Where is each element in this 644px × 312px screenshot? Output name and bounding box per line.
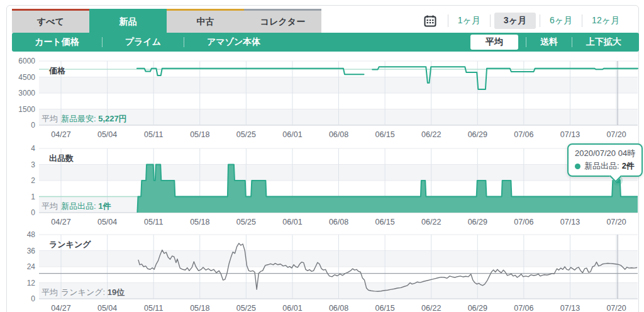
svg-text:05/25: 05/25 bbox=[236, 130, 256, 139]
ranking-chart-section: 01224364804/2705/0405/1105/1805/2506/010… bbox=[0, 235, 644, 312]
svg-text:06/22: 06/22 bbox=[421, 304, 441, 312]
average-prefix: 平均 bbox=[42, 114, 58, 123]
price-chart[interactable]: 0150030004500600004/2705/0405/1105/1805/… bbox=[0, 61, 644, 142]
svg-text:05/25: 05/25 bbox=[236, 218, 256, 226]
toggle-cart-price[interactable]: カート価格 bbox=[12, 33, 102, 52]
svg-text:3: 3 bbox=[31, 160, 35, 169]
divider bbox=[490, 14, 491, 27]
svg-text:06/29: 06/29 bbox=[468, 218, 487, 226]
svg-text:06/29: 06/29 bbox=[468, 130, 487, 139]
listings-chart-title: 出品数 bbox=[49, 153, 74, 164]
listings-chart-section: 0123404/2705/0405/1105/1805/2506/0106/08… bbox=[0, 148, 644, 229]
series-dot-icon bbox=[575, 164, 580, 169]
calendar-icon[interactable] bbox=[424, 14, 436, 27]
average-series: ランキング: bbox=[61, 287, 105, 297]
average-prefix: 平均 bbox=[42, 287, 58, 297]
svg-text:05/11: 05/11 bbox=[144, 304, 163, 312]
svg-text:06/08: 06/08 bbox=[329, 218, 348, 226]
price-chart-section: 0150030004500600004/2705/0405/1105/1805/… bbox=[0, 61, 644, 142]
toggle-shipping[interactable]: 送料 bbox=[526, 33, 572, 52]
ranking-chart-title: ランキング bbox=[49, 239, 91, 250]
svg-text:3000: 3000 bbox=[18, 89, 35, 98]
toggle-prime[interactable]: プライム bbox=[103, 33, 184, 52]
tab-all[interactable]: すべて bbox=[12, 9, 89, 33]
svg-text:06/15: 06/15 bbox=[375, 218, 394, 226]
tab-new[interactable]: 新品 bbox=[89, 9, 167, 33]
svg-text:36: 36 bbox=[27, 247, 36, 255]
svg-text:07/20: 07/20 bbox=[606, 304, 626, 312]
svg-text:06/08: 06/08 bbox=[329, 130, 348, 139]
toggle-average[interactable]: 平均 bbox=[470, 35, 518, 50]
chart-tooltip: 2020/07/20 04時 新品出品: 2件 bbox=[567, 143, 643, 177]
svg-text:24: 24 bbox=[27, 262, 36, 271]
svg-text:06/01: 06/01 bbox=[282, 130, 302, 139]
svg-text:06/29: 06/29 bbox=[468, 304, 487, 312]
svg-text:12: 12 bbox=[27, 279, 36, 287]
tab-all-label: すべて bbox=[37, 16, 64, 28]
svg-text:07/13: 07/13 bbox=[560, 130, 580, 139]
period-12month[interactable]: 12ヶ月 bbox=[582, 13, 629, 29]
svg-text:07/06: 07/06 bbox=[514, 304, 533, 312]
svg-text:0: 0 bbox=[31, 208, 35, 217]
listings-chart[interactable]: 0123404/2705/0405/1105/1805/2506/0106/08… bbox=[0, 148, 644, 229]
svg-text:05/04: 05/04 bbox=[97, 130, 117, 139]
svg-text:07/06: 07/06 bbox=[514, 218, 533, 226]
svg-text:07/20: 07/20 bbox=[606, 218, 626, 226]
svg-text:4: 4 bbox=[31, 144, 35, 153]
listings-average-label: 平均新品出品: 1件 bbox=[42, 201, 111, 212]
tab-new-label: 新品 bbox=[119, 16, 137, 28]
display-options-group: 平均 送料 上下拡大 bbox=[463, 33, 639, 52]
svg-text:05/11: 05/11 bbox=[144, 130, 163, 139]
svg-text:06/15: 06/15 bbox=[375, 130, 394, 139]
average-value: 19位 bbox=[108, 287, 125, 297]
tab-used-label: 中古 bbox=[197, 16, 214, 28]
average-value: 5,227円 bbox=[98, 114, 127, 123]
period-1month[interactable]: 1ヶ月 bbox=[448, 13, 490, 29]
period-selector: 1ヶ月 3ヶ月 6ヶ月 12ヶ月 bbox=[424, 13, 629, 29]
ranking-average-label: 平均ランキング: 19位 bbox=[42, 287, 125, 298]
tooltip-timestamp: 2020/07/20 04時 bbox=[575, 148, 635, 159]
svg-text:04/27: 04/27 bbox=[51, 130, 70, 139]
svg-text:4500: 4500 bbox=[18, 73, 35, 82]
svg-text:05/18: 05/18 bbox=[190, 130, 209, 139]
tooltip-series-label: 新品出品: bbox=[584, 160, 619, 172]
period-3month[interactable]: 3ヶ月 bbox=[494, 13, 536, 29]
svg-text:07/13: 07/13 bbox=[560, 304, 580, 312]
svg-text:0: 0 bbox=[31, 294, 35, 303]
svg-text:06/01: 06/01 bbox=[282, 304, 302, 312]
svg-text:07/06: 07/06 bbox=[514, 130, 533, 139]
svg-text:06/01: 06/01 bbox=[282, 218, 302, 226]
average-value: 1件 bbox=[98, 201, 111, 211]
svg-text:05/04: 05/04 bbox=[97, 218, 117, 226]
svg-text:2: 2 bbox=[31, 176, 35, 185]
average-series: 新品出品: bbox=[61, 201, 96, 211]
tooltip-series-value: 2件 bbox=[622, 160, 635, 172]
svg-text:06/08: 06/08 bbox=[329, 304, 348, 312]
average-prefix: 平均 bbox=[42, 201, 58, 211]
toggle-amazon[interactable]: アマゾン本体 bbox=[184, 33, 283, 52]
svg-text:0: 0 bbox=[31, 121, 35, 130]
tooltip-series-row: 新品出品: 2件 bbox=[575, 160, 635, 172]
series-toolbar: カート価格 プライム アマゾン本体 平均 送料 上下拡大 bbox=[12, 33, 639, 52]
average-series: 新品最安: bbox=[61, 114, 96, 123]
toggle-expand[interactable]: 上下拡大 bbox=[572, 33, 635, 52]
price-tracker-page: すべて 新品 中古 コレクター 1ヶ月 3ヶ月 bbox=[0, 0, 644, 312]
svg-text:04/27: 04/27 bbox=[51, 304, 70, 312]
svg-text:48: 48 bbox=[27, 230, 36, 239]
ranking-chart[interactable]: 01224364804/2705/0405/1105/1805/2506/010… bbox=[0, 235, 644, 312]
condition-tabs: すべて 新品 中古 コレクター bbox=[12, 9, 321, 33]
svg-text:05/04: 05/04 bbox=[97, 304, 117, 312]
period-6month[interactable]: 6ヶ月 bbox=[540, 13, 582, 29]
tab-collector[interactable]: コレクター bbox=[244, 9, 321, 33]
price-chart-title: 価格 bbox=[49, 65, 65, 77]
svg-text:05/25: 05/25 bbox=[236, 304, 256, 312]
svg-text:06/22: 06/22 bbox=[421, 218, 441, 226]
tab-collector-label: コレクター bbox=[260, 16, 305, 28]
svg-text:1500: 1500 bbox=[18, 105, 35, 114]
price-average-label: 平均新品最安: 5,227円 bbox=[42, 113, 127, 125]
svg-text:07/20: 07/20 bbox=[606, 130, 626, 139]
svg-text:6000: 6000 bbox=[18, 57, 35, 65]
tab-used[interactable]: 中古 bbox=[167, 9, 244, 33]
svg-text:05/11: 05/11 bbox=[144, 218, 163, 226]
svg-text:1: 1 bbox=[31, 192, 35, 201]
